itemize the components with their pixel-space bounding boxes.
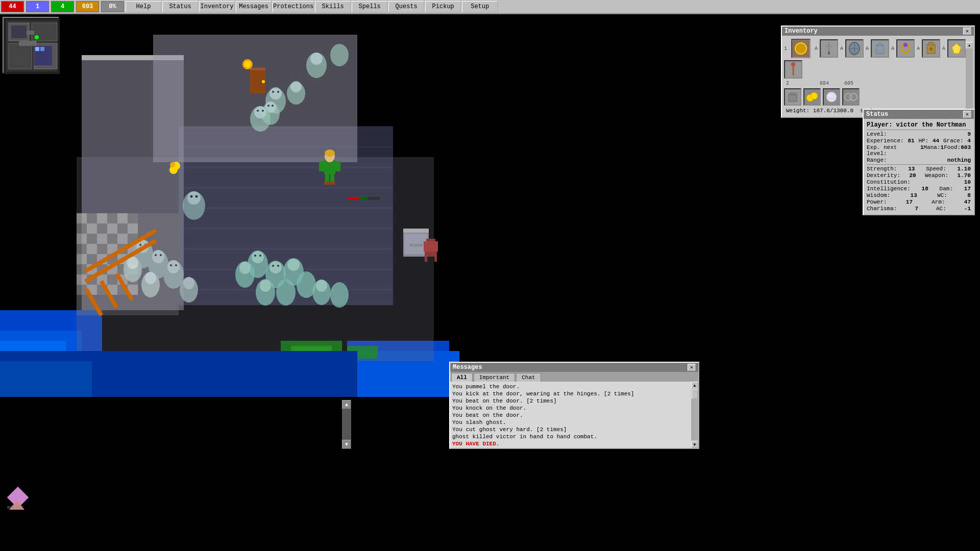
inventory-item-rings[interactable] <box>842 88 860 106</box>
svg-point-73 <box>244 61 251 67</box>
svg-point-90 <box>270 87 282 99</box>
inventory-item-wand[interactable] <box>784 60 802 79</box>
messages-button[interactable]: Messages <box>236 1 272 12</box>
svg-point-133 <box>270 261 282 273</box>
svg-point-103 <box>254 106 266 118</box>
svg-rect-84 <box>319 161 324 171</box>
inventory-item-bag[interactable] <box>784 88 801 106</box>
constitution-row: Constitution: 10 <box>867 179 971 185</box>
svg-point-125 <box>145 272 156 284</box>
spells-button[interactable]: Spells <box>352 1 387 12</box>
svg-rect-154 <box>434 252 437 262</box>
power-row: Power: 17 Arm: 47 <box>867 199 971 205</box>
svg-point-131 <box>259 255 261 257</box>
gold-stat: 603 <box>76 1 99 12</box>
slot-a6-label: A <box>942 46 945 52</box>
svg-rect-82 <box>324 182 329 185</box>
svg-point-91 <box>272 91 274 93</box>
inv-scroll-up[interactable]: ▲ <box>966 42 973 49</box>
inventory-item-ring[interactable] <box>896 39 915 58</box>
svg-point-101 <box>272 105 274 107</box>
level-row: Level: 9 <box>867 131 971 137</box>
svg-rect-19 <box>153 35 357 162</box>
svg-point-139 <box>287 259 300 271</box>
svg-rect-178 <box>40 47 44 51</box>
inventory-item-backpack[interactable] <box>922 39 940 58</box>
inventory-item-equipped[interactable] <box>791 39 811 58</box>
svg-point-108 <box>190 195 193 198</box>
svg-point-122 <box>170 264 172 266</box>
inventory-item-gem[interactable] <box>947 39 966 58</box>
skills-button[interactable]: Skills <box>315 1 351 12</box>
setup-button[interactable]: Setup <box>462 1 498 12</box>
tab-important[interactable]: Important <box>474 373 515 382</box>
message-line: You kick at the door, wearing at the hin… <box>452 390 696 397</box>
svg-rect-189 <box>884 45 886 52</box>
svg-point-76 <box>170 162 175 167</box>
minimap-canvas <box>4 18 60 74</box>
slot-a2-label: A <box>840 46 843 52</box>
svg-point-123 <box>175 264 177 266</box>
scroll-down-button[interactable]: ▼ <box>342 440 351 449</box>
svg-point-97 <box>330 44 349 66</box>
inventory-item-armor[interactable] <box>871 39 889 58</box>
svg-rect-148 <box>403 229 429 233</box>
inventory-row-2 <box>784 88 972 106</box>
status-button[interactable]: Status <box>162 1 198 12</box>
game-world: stone <box>0 14 510 397</box>
message-line: You pummel the door. <box>452 383 696 390</box>
inventory-button[interactable]: Inventory <box>199 1 235 12</box>
svg-point-145 <box>316 280 327 292</box>
scroll-up-button[interactable]: ▲ <box>342 400 351 409</box>
svg-rect-172 <box>27 31 34 35</box>
svg-point-109 <box>195 195 198 198</box>
svg-rect-24 <box>107 213 117 223</box>
wisdom-row: Wisdom: 13 WC: 8 <box>867 192 971 198</box>
svg-rect-170 <box>9 43 32 69</box>
pct-stat: 0% <box>101 1 124 12</box>
help-button[interactable]: Help <box>126 1 161 12</box>
svg-rect-81 <box>330 173 334 183</box>
svg-rect-34 <box>87 234 97 244</box>
pickup-button[interactable]: Pickup <box>425 1 461 12</box>
quests-button[interactable]: Quests <box>388 1 424 12</box>
scroll-controls: ▲ ▼ <box>342 400 351 449</box>
svg-rect-23 <box>97 213 107 223</box>
svg-rect-80 <box>325 173 329 183</box>
svg-rect-188 <box>874 45 876 52</box>
svg-rect-88 <box>360 197 368 200</box>
tab-all[interactable]: All <box>451 373 473 382</box>
inventory-item-orb[interactable] <box>823 88 840 106</box>
svg-rect-87 <box>347 197 360 200</box>
slot-a5-label: A <box>917 46 920 52</box>
minimap <box>3 17 59 73</box>
svg-rect-27 <box>77 223 87 234</box>
inventory-item-sword[interactable] <box>820 39 838 58</box>
inventory-titlebar: Inventory ✕ <box>782 27 974 36</box>
msg-scroll-down[interactable]: ▼ <box>691 441 698 448</box>
message-line: ghost killed victor in hand to hand comb… <box>452 433 696 440</box>
messages-scrollbar: ▲ ▼ <box>691 382 698 448</box>
svg-point-112 <box>139 244 141 246</box>
msg-scroll-up[interactable]: ▲ <box>691 382 698 389</box>
svg-text:stone: stone <box>409 243 423 248</box>
svg-point-79 <box>325 149 335 157</box>
svg-rect-32 <box>128 223 138 234</box>
tab-chat[interactable]: Chat <box>516 373 541 382</box>
inventory-item-shield[interactable] <box>845 39 864 58</box>
svg-point-129 <box>252 251 264 263</box>
svg-rect-31 <box>117 223 128 234</box>
svg-point-191 <box>903 43 908 47</box>
protections-button[interactable]: Protections <box>273 1 314 12</box>
svg-point-137 <box>239 262 251 274</box>
inventory-item-coins[interactable] <box>803 88 821 106</box>
status-close-button[interactable]: ✕ <box>963 111 971 118</box>
svg-rect-28 <box>87 223 97 234</box>
svg-rect-45 <box>77 254 87 264</box>
svg-rect-85 <box>335 161 340 171</box>
svg-rect-41 <box>97 244 107 254</box>
inventory-close-button[interactable]: ✕ <box>963 28 971 35</box>
messages-content: You pummel the door.You kick at the door… <box>450 382 698 448</box>
svg-point-117 <box>160 254 162 256</box>
messages-close-button[interactable]: ✕ <box>688 364 696 371</box>
